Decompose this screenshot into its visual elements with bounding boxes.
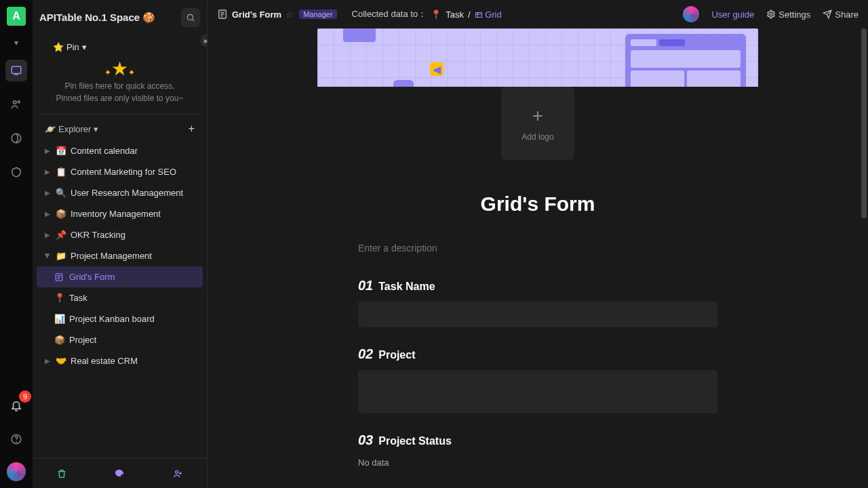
tree-item-project-management[interactable]: ▶📁Project Management bbox=[37, 245, 203, 266]
svg-point-2 bbox=[18, 101, 20, 103]
space-name[interactable]: APITable No.1 Space🍪 bbox=[39, 12, 181, 24]
svg-rect-0 bbox=[12, 66, 21, 74]
form-description-input[interactable] bbox=[358, 237, 717, 259]
rail-management-icon[interactable] bbox=[5, 161, 27, 183]
theme-icon[interactable] bbox=[114, 468, 125, 479]
form-scroll[interactable]: ◀ 🤖 ♥ ••••• + Add logo bbox=[208, 28, 868, 488]
pin-icon: 📌 bbox=[56, 230, 66, 240]
favorite-star-icon[interactable]: ☆ bbox=[285, 9, 294, 20]
tree-item[interactable]: ▶📌OKR Tracking bbox=[37, 224, 203, 245]
tree-item-task[interactable]: 📍Task bbox=[37, 287, 203, 308]
form-field: 01Task Name bbox=[317, 278, 758, 327]
svg-point-5 bbox=[16, 441, 17, 442]
pin-section: ⭐ Pin ▾ ✦★✦ Pin files here for quick acc… bbox=[41, 35, 199, 115]
trash-icon[interactable] bbox=[56, 468, 67, 479]
board-icon: 📊 bbox=[54, 314, 65, 324]
tree-item-grids-form[interactable]: Grid's Form bbox=[37, 266, 203, 287]
tree-item[interactable]: ▶📅Content calendar bbox=[37, 140, 203, 161]
play-icon: ◀ bbox=[430, 62, 443, 76]
field-nodata: No data bbox=[358, 458, 717, 468]
role-tag: Manager bbox=[299, 9, 336, 19]
rail-template-icon[interactable] bbox=[5, 127, 27, 149]
sidebar-bottom-bar bbox=[33, 458, 207, 488]
breadcrumb-task-icon: 📍 bbox=[431, 9, 441, 20]
add-node-button[interactable]: + bbox=[189, 123, 195, 135]
collected-label: Collected data to： bbox=[352, 8, 427, 20]
field-number: 02 bbox=[358, 346, 373, 362]
pin-hint: Pin files here for quick access. bbox=[53, 80, 186, 92]
pin-toggle[interactable]: ⭐ Pin ▾ bbox=[53, 42, 186, 52]
tree-item[interactable]: ▶📋Content Marketing for SEO bbox=[37, 161, 203, 182]
brand-logo-icon[interactable] bbox=[683, 6, 699, 22]
svg-point-3 bbox=[12, 134, 21, 143]
star-icon: ⭐ bbox=[53, 42, 64, 52]
form-field: 03Project Status No data bbox=[317, 432, 758, 468]
field-name: Project Status bbox=[378, 435, 452, 447]
box-icon: 📦 bbox=[54, 335, 65, 345]
form-icon bbox=[54, 272, 65, 282]
svg-point-6 bbox=[187, 14, 193, 20]
tree-item[interactable]: ▶📦Inventory Management bbox=[37, 203, 203, 224]
tree-item-project[interactable]: 📦Project bbox=[37, 329, 203, 350]
chevron-down-icon: ▾ bbox=[82, 42, 87, 52]
field-number: 03 bbox=[358, 432, 373, 448]
rail-contacts-icon[interactable] bbox=[5, 94, 27, 115]
magnifier-icon: 🔍 bbox=[56, 188, 66, 198]
svg-point-1 bbox=[14, 101, 17, 104]
plus-icon: + bbox=[532, 105, 543, 127]
topbar: Grid's Form ☆ Manager Collected data to：… bbox=[208, 0, 868, 28]
tree-item-kanban[interactable]: 📊Project Kanban board bbox=[37, 308, 203, 329]
space-emoji-icon: 🍪 bbox=[142, 12, 155, 23]
notification-badge: 9 bbox=[19, 390, 31, 403]
brand-logo-icon[interactable] bbox=[7, 462, 26, 481]
explorer-toggle[interactable]: 🪐 Explorer ▾ bbox=[45, 124, 98, 134]
help-icon[interactable] bbox=[5, 428, 27, 450]
share-button[interactable]: Share bbox=[823, 9, 859, 20]
calendar-icon: 📅 bbox=[56, 146, 66, 156]
svg-point-8 bbox=[176, 470, 178, 473]
workspace-avatar[interactable]: A bbox=[7, 7, 26, 26]
chevron-down-icon: ▾ bbox=[94, 124, 98, 134]
form-icon bbox=[217, 9, 228, 20]
rail-workbench-icon[interactable] bbox=[5, 60, 27, 81]
task-name-input[interactable] bbox=[358, 302, 717, 327]
tree-item[interactable]: ▶🔍User Research Management bbox=[37, 182, 203, 203]
settings-button[interactable]: Settings bbox=[766, 9, 810, 20]
breadcrumb-sep: / bbox=[468, 9, 471, 20]
box-icon: 📦 bbox=[56, 209, 66, 219]
field-number: 01 bbox=[358, 278, 373, 293]
doc-icon: 📋 bbox=[56, 167, 66, 177]
pin-icon: 📍 bbox=[54, 293, 65, 303]
notifications-icon[interactable]: 9 bbox=[5, 394, 27, 416]
explorer-tree: ▶📅Content calendar ▶📋Content Marketing f… bbox=[33, 140, 207, 458]
sidebar: APITable No.1 Space🍪 ⭐ Pin ▾ ✦★✦ Pin fil… bbox=[33, 0, 208, 488]
scrollbar[interactable] bbox=[861, 28, 867, 488]
field-name: Task Name bbox=[378, 281, 435, 293]
breadcrumb-task[interactable]: Task bbox=[446, 9, 464, 20]
search-button[interactable] bbox=[181, 8, 200, 27]
handshake-icon: 🤝 bbox=[56, 356, 66, 366]
page-title: Grid's Form bbox=[232, 9, 281, 20]
breadcrumb-view[interactable]: Grid bbox=[475, 9, 502, 20]
add-logo-button[interactable]: + Add logo bbox=[501, 87, 574, 160]
pin-star-icon: ★ bbox=[111, 58, 128, 79]
folder-icon: 📁 bbox=[56, 251, 66, 261]
tree-item[interactable]: ▶🤝Real estate CRM bbox=[37, 350, 203, 371]
nav-rail: A ▾ 9 bbox=[0, 0, 33, 488]
form-title[interactable]: Grid's Form bbox=[317, 192, 758, 216]
field-name: Project bbox=[378, 349, 415, 361]
main: Grid's Form ☆ Manager Collected data to：… bbox=[208, 0, 868, 488]
project-input[interactable] bbox=[358, 370, 717, 413]
user-guide-link[interactable]: User guide bbox=[711, 9, 754, 20]
svg-point-11 bbox=[770, 13, 773, 16]
form-field: 02Project bbox=[317, 346, 758, 413]
svg-rect-10 bbox=[475, 12, 481, 17]
member-icon[interactable] bbox=[172, 468, 183, 479]
workspace-chevron[interactable]: ▾ bbox=[14, 38, 18, 47]
form-canvas: ◀ 🤖 ♥ ••••• + Add logo bbox=[317, 28, 758, 488]
pin-hint-2: Pinned files are only visible to you~ bbox=[53, 92, 186, 104]
rocket-icon: 🪐 bbox=[45, 124, 56, 134]
